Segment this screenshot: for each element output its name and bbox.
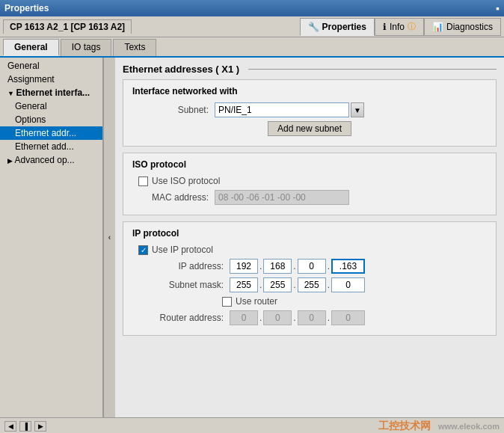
- watermark: 工控技术网 www.eleok.com: [378, 420, 500, 433]
- bottom-bar: ◀ ▐ ▶ 工控技术网 www.eleok.com: [0, 417, 504, 433]
- router-address-row: Router address: . . .: [132, 310, 487, 325]
- sidebar-item-ethernet-interfa[interactable]: ▼ Ethernet interfa...: [0, 86, 102, 99]
- tab-info[interactable]: ℹ Info ⓘ: [375, 18, 424, 36]
- title-divider: [248, 69, 497, 70]
- subnet-input[interactable]: [215, 102, 349, 117]
- ip-address-label: IP address:: [132, 261, 230, 271]
- iso-card: ISO protocol Use ISO protocol MAC addres…: [123, 153, 497, 215]
- info-badge-icon: ⓘ: [408, 21, 416, 32]
- router-seg-2: [263, 310, 292, 325]
- use-router-row: Use router: [222, 296, 487, 307]
- sidebar-item-general-sub[interactable]: General: [0, 99, 102, 113]
- watermark-text1: 工控技术网: [378, 420, 431, 432]
- ip-seg-1[interactable]: [230, 259, 258, 274]
- subnet-mask-label: Subnet mask:: [132, 280, 230, 290]
- add-subnet-row: Add new subnet: [132, 121, 487, 136]
- scroll-area: ◀ ▐ ▶: [4, 421, 46, 432]
- ip-seg-4[interactable]: [331, 259, 365, 274]
- use-ip-label[interactable]: Use IP protocol: [152, 245, 213, 255]
- use-iso-label[interactable]: Use ISO protocol: [152, 176, 220, 186]
- router-seg-3: [298, 310, 326, 325]
- add-subnet-button[interactable]: Add new subnet: [268, 121, 351, 136]
- info-icon: ℹ: [383, 22, 387, 32]
- device-label: CP 1613 A2_1 [CP 1613 A2]: [3, 19, 132, 34]
- interface-card-header: Interface networked with: [132, 86, 487, 96]
- scroll-right-button[interactable]: ▶: [34, 421, 46, 432]
- sidebar-item-advanced-op[interactable]: ▶ Advanced op...: [0, 153, 102, 167]
- header-tabs-row: CP 1613 A2_1 [CP 1613 A2] 🔧 Properties ℹ…: [0, 16, 504, 37]
- mask-seg-3[interactable]: [298, 277, 326, 292]
- ip-address-field: . . .: [230, 259, 365, 274]
- sidebar-collapse-button[interactable]: ‹: [103, 58, 115, 417]
- sidebar-item-assignment[interactable]: Assignment: [0, 73, 102, 86]
- title-bar-text: Properties: [4, 3, 49, 13]
- subnet-mask-row: Subnet mask: . . .: [132, 277, 487, 292]
- tab-properties[interactable]: 🔧 Properties: [300, 18, 375, 36]
- use-ip-checkbox[interactable]: ✓: [138, 245, 148, 255]
- ip-address-row: IP address: . . .: [132, 259, 487, 274]
- subnet-row: Subnet: ▼: [132, 102, 487, 117]
- router-seg-4: [331, 310, 365, 325]
- subnet-dropdown-button[interactable]: ▼: [351, 102, 364, 117]
- mac-row: MAC address:: [132, 190, 487, 205]
- chevron-right-icon: ▶: [7, 157, 15, 165]
- ip-card-header: IP protocol: [132, 228, 487, 239]
- mask-seg-2[interactable]: [263, 277, 292, 292]
- router-address-label: Router address:: [132, 313, 230, 323]
- close-button[interactable]: ▪: [496, 2, 500, 14]
- use-iso-row: Use ISO protocol: [132, 176, 487, 186]
- ip-seg-3[interactable]: [298, 259, 326, 274]
- subnet-dropdown: ▼: [215, 102, 364, 117]
- mask-seg-4[interactable]: [331, 277, 365, 292]
- mac-input: [215, 190, 349, 205]
- tab-general[interactable]: General: [3, 39, 59, 56]
- sidebar-item-general-top[interactable]: General: [0, 59, 102, 73]
- sidebar-item-options[interactable]: Options: [0, 113, 102, 126]
- tab-io-tags[interactable]: IO tags: [61, 39, 112, 56]
- section-title: Ethernet addresses ( X1 ): [123, 64, 497, 75]
- router-seg-1: [230, 310, 258, 325]
- iso-card-header: ISO protocol: [132, 159, 487, 170]
- router-address-field: . . .: [230, 310, 365, 325]
- use-router-checkbox[interactable]: [222, 297, 232, 307]
- ip-seg-2[interactable]: [263, 259, 292, 274]
- header-tab-group: 🔧 Properties ℹ Info ⓘ 📊 Diagnostics: [300, 16, 501, 37]
- right-panel: Ethernet addresses ( X1 ) Interface netw…: [115, 58, 504, 417]
- mac-label: MAC address:: [132, 192, 215, 203]
- interface-card: Interface networked with Subnet: ▼ Add n…: [123, 79, 497, 147]
- sidebar-item-ethernet-addr-2[interactable]: Ethernet add...: [0, 140, 102, 153]
- tab-diagnostics[interactable]: 📊 Diagnostics: [424, 18, 501, 36]
- content-area: General Assignment ▼ Ethernet interfa...…: [0, 58, 504, 417]
- use-ip-row: ✓ Use IP protocol: [132, 245, 487, 255]
- scroll-left-button[interactable]: ◀: [4, 421, 16, 432]
- properties-icon: 🔧: [308, 22, 319, 32]
- diagnostics-icon: 📊: [432, 22, 443, 32]
- scroll-indicator: ▐: [19, 421, 31, 432]
- sidebar: General Assignment ▼ Ethernet interfa...…: [0, 58, 103, 417]
- tab-texts[interactable]: Texts: [113, 39, 156, 56]
- ip-card: IP protocol ✓ Use IP protocol IP address…: [123, 221, 497, 336]
- title-bar: Properties ▪: [0, 0, 504, 16]
- mask-seg-1[interactable]: [230, 277, 258, 292]
- use-router-label[interactable]: Use router: [236, 296, 277, 307]
- watermark-text2: www.eleok.com: [438, 422, 500, 431]
- use-iso-checkbox[interactable]: [138, 176, 148, 186]
- chevron-down-icon: ▼: [7, 90, 16, 97]
- subnet-mask-field: . . .: [230, 277, 365, 292]
- sidebar-item-ethernet-addr-1[interactable]: Ethernet addr...: [0, 126, 102, 140]
- subnet-label: Subnet:: [132, 105, 215, 115]
- main-tabs: General IO tags Texts: [0, 37, 504, 58]
